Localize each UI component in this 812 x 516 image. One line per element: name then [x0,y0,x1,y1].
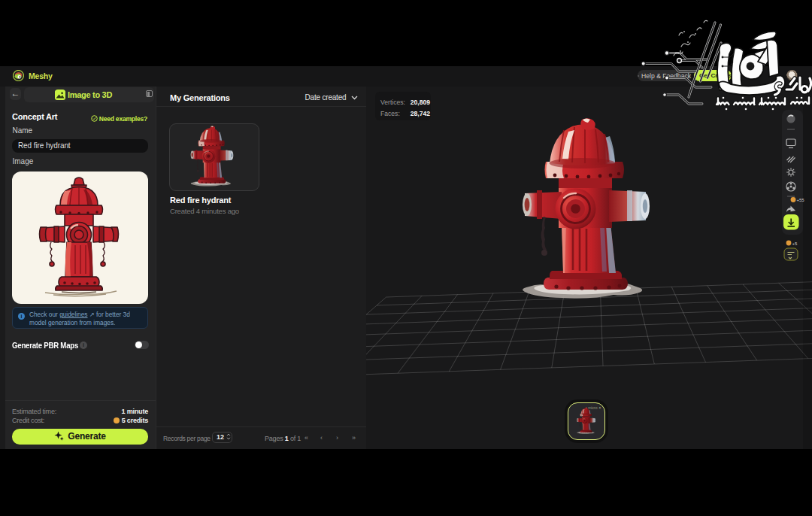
svg-text:+55: +55 [797,198,805,202]
svg-text:+5: +5 [792,241,798,246]
